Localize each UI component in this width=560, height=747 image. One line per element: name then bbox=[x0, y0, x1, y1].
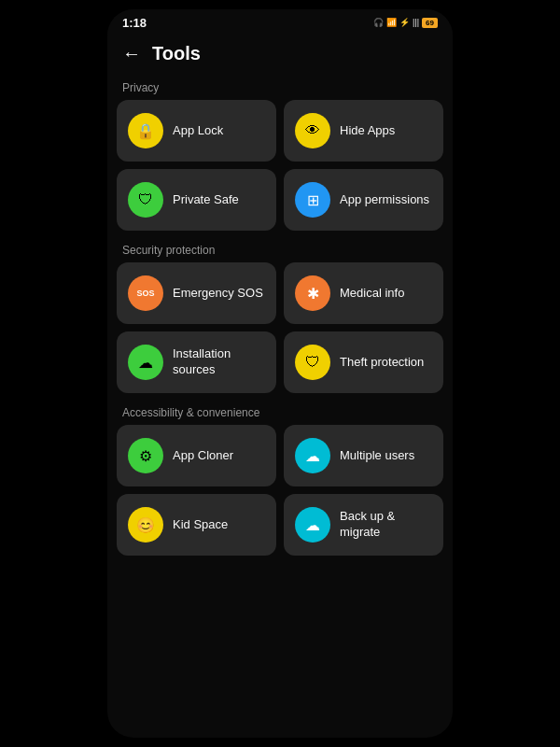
label-kid-space: Kid Space bbox=[173, 517, 228, 533]
grid-item-kid-space[interactable]: 😊Kid Space bbox=[117, 494, 276, 556]
label-emergency-sos: Emergency SOS bbox=[173, 286, 263, 302]
headphone-icon: 🎧 bbox=[373, 18, 384, 27]
content-area: Privacy🔒App Lock👁Hide Apps🛡Private Safe⊞… bbox=[107, 72, 453, 738]
icon-private-safe: 🛡 bbox=[128, 182, 163, 218]
signal-icon: ||| bbox=[413, 18, 419, 27]
battery-icon: 69 bbox=[422, 18, 438, 28]
icon-medical-info: ✱ bbox=[295, 275, 330, 311]
grid-item-app-lock[interactable]: 🔒App Lock bbox=[117, 100, 276, 162]
phone-screen: 1:18 🎧 📶 ⚡ ||| 69 ← Tools Privacy🔒App Lo… bbox=[107, 9, 453, 738]
label-multiple-users: Multiple users bbox=[340, 448, 414, 464]
back-button[interactable]: ← bbox=[122, 43, 141, 64]
label-installation-sources: Installation sources bbox=[173, 346, 265, 378]
status-time: 1:18 bbox=[122, 16, 147, 30]
label-app-lock: App Lock bbox=[173, 123, 223, 139]
section-label-privacy: Privacy bbox=[117, 72, 443, 100]
grid-item-installation-sources[interactable]: ☁Installation sources bbox=[117, 331, 276, 393]
bluetooth-icon: ⚡ bbox=[399, 18, 410, 27]
wifi-icon: 📶 bbox=[386, 18, 397, 27]
section-grid-privacy: 🔒App Lock👁Hide Apps🛡Private Safe⊞App per… bbox=[117, 100, 443, 231]
icon-hide-apps: 👁 bbox=[295, 113, 330, 148]
grid-item-private-safe[interactable]: 🛡Private Safe bbox=[117, 169, 276, 231]
section-label-accessibility: Accessibility & convenience bbox=[117, 397, 443, 425]
grid-item-hide-apps[interactable]: 👁Hide Apps bbox=[284, 100, 443, 162]
label-theft-protection: Theft protection bbox=[340, 355, 424, 371]
grid-item-emergency-sos[interactable]: SOSEmergency SOS bbox=[117, 262, 276, 324]
icon-kid-space: 😊 bbox=[128, 507, 163, 543]
label-backup-migrate: Back up & migrate bbox=[340, 509, 432, 541]
icon-app-cloner: ⚙ bbox=[128, 438, 163, 473]
grid-item-app-permissions[interactable]: ⊞App permissions bbox=[284, 169, 443, 231]
grid-item-medical-info[interactable]: ✱Medical info bbox=[284, 262, 443, 324]
label-private-safe: Private Safe bbox=[173, 192, 239, 208]
grid-item-multiple-users[interactable]: ☁Multiple users bbox=[284, 425, 443, 486]
icon-app-permissions: ⊞ bbox=[295, 182, 330, 218]
icon-backup-migrate: ☁ bbox=[295, 507, 330, 543]
header: ← Tools bbox=[107, 34, 453, 72]
icon-multiple-users: ☁ bbox=[295, 438, 330, 473]
label-hide-apps: Hide Apps bbox=[340, 123, 395, 139]
status-icons: 🎧 📶 ⚡ ||| 69 bbox=[373, 18, 438, 28]
label-medical-info: Medical info bbox=[340, 286, 404, 302]
section-grid-accessibility: ⚙App Cloner☁Multiple users😊Kid Space☁Bac… bbox=[117, 425, 443, 556]
grid-item-theft-protection[interactable]: 🛡Theft protection bbox=[284, 331, 443, 393]
label-app-cloner: App Cloner bbox=[173, 448, 233, 464]
page-title: Tools bbox=[152, 43, 201, 64]
status-bar: 1:18 🎧 📶 ⚡ ||| 69 bbox=[107, 9, 453, 34]
section-grid-security-protection: SOSEmergency SOS✱Medical info☁Installati… bbox=[117, 262, 443, 393]
grid-item-app-cloner[interactable]: ⚙App Cloner bbox=[117, 425, 276, 486]
icon-emergency-sos: SOS bbox=[128, 275, 163, 311]
icon-app-lock: 🔒 bbox=[128, 113, 163, 148]
icon-theft-protection: 🛡 bbox=[295, 345, 330, 380]
label-app-permissions: App permissions bbox=[340, 192, 429, 208]
icon-installation-sources: ☁ bbox=[128, 345, 163, 380]
section-label-security-protection: Security protection bbox=[117, 234, 443, 262]
grid-item-backup-migrate[interactable]: ☁Back up & migrate bbox=[284, 494, 443, 556]
